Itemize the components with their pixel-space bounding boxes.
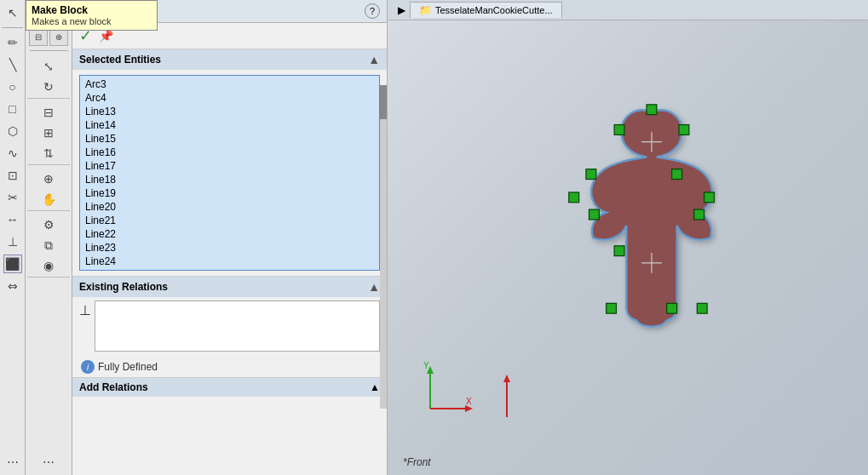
z-axis-container [498,370,515,424]
selected-entities-section: Selected Entities ▲ Arc3Arc4Line13Line14… [72,49,387,277]
spline-icon[interactable]: ∿ [3,144,22,163]
pin-button[interactable]: 📌 [99,29,113,43]
toolbar-section-2: ⊟ ⊞ ⇅ [27,101,70,165]
layers-icon[interactable]: ⧉ [39,236,58,255]
move-icon[interactable]: ⤡ [39,57,58,76]
properties-panel: ☰ Properties ? ✓ 📌 Selected Entities ▲ A… [72,0,388,475]
sketch-icon[interactable]: ✏ [3,33,22,52]
cookie-cutter-figure [549,96,754,369]
constraint-2 [614,125,624,135]
entity-item[interactable]: Arc3 [83,77,376,91]
toolbar-section-1: ⤡ ↻ [27,55,70,99]
entity-item[interactable]: Line21 [83,214,376,227]
color-icon[interactable]: ◉ [39,256,58,275]
settings-icon[interactable]: ⚙ [39,215,58,234]
mirror-icon[interactable]: ⇔ [3,277,22,295]
cursor-icon[interactable]: ↖ [3,3,22,22]
z-axis-arrow [503,375,510,382]
add-relations-header[interactable]: Add Relations ▲ [72,378,387,397]
block-icon[interactable]: ⬛ [3,255,22,273]
file-tab[interactable]: 📁 TesselateManCookieCutte... [410,2,562,18]
entity-list[interactable]: Arc3Arc4Line13Line14Line15Line16Line17Li… [79,75,380,271]
rectangle-icon[interactable]: □ [3,100,22,118]
constraint-3 [679,125,689,135]
dimension-icon[interactable]: ↔ [3,210,22,229]
polygon-icon[interactable]: ⬡ [3,122,22,140]
relation-icon[interactable]: ⊥ [3,232,22,251]
x-axis-label: X [466,397,472,406]
second-toolbar: ⊞ ▦ ⊟ ⊕ ⤡ ↻ ⊟ ⊞ ⇅ ⊕ ✋ ⚙ ⧉ ◉ ⋯ [26,0,72,475]
entity-item[interactable]: Line17 [83,159,376,173]
expand-icon[interactable]: ⋯ [3,453,22,472]
selected-entities-header[interactable]: Selected Entities ▲ [72,49,387,70]
constraint-6 [569,192,579,203]
z-axis-svg [498,370,515,421]
more-icon[interactable]: ⋯ [39,453,58,472]
existing-relations-header[interactable]: Existing Relations ▲ [72,277,387,297]
entity-item[interactable]: Line23 [83,241,376,255]
left-toolbar: ↖ ✏ ╲ ○ □ ⬡ ∿ ⊡ ✂ ↔ ⊥ ⬛ ⇔ ⋯ [0,0,26,475]
entity-item[interactable]: Line18 [83,173,376,186]
axes-svg: Y X [413,362,473,421]
relations-body: ⊥ [72,297,387,357]
align-icon[interactable]: ⊟ [39,103,58,122]
tooltip-title: Make Block [32,4,152,16]
entity-item[interactable]: Line20 [83,200,376,214]
distribute-icon[interactable]: ⊞ [39,123,58,142]
offset-icon[interactable]: ⊡ [3,166,22,185]
pan-icon[interactable]: ✋ [39,190,58,209]
entity-item[interactable]: Line16 [83,146,376,159]
tree-arrow[interactable]: ▶ [394,3,408,17]
toolbar-section-4: ⚙ ⧉ ◉ [27,214,70,278]
tab-bar: ▶ 📁 TesselateManCookieCutte... [388,0,868,20]
entity-item[interactable]: Arc4 [83,91,376,105]
zoom-icon[interactable]: ⊕ [39,169,58,188]
constraint-1 [647,105,657,115]
entity-item[interactable]: Line24 [83,255,376,268]
constraint-5 [672,169,682,180]
x-axis-arrow [465,405,473,412]
collapse-entities-icon[interactable]: ▲ [368,53,380,66]
entity-item[interactable]: Line19 [83,186,376,200]
relations-list[interactable] [95,300,380,352]
rotate-icon[interactable]: ↻ [39,77,58,96]
main-viewport: ▶ 📁 TesselateManCookieCutte... [388,0,868,475]
fixed-relation-icon: ⊥ [79,302,91,318]
constraint-10 [614,246,624,256]
folder-icon: 📁 [419,4,432,16]
constraint-12 [667,303,677,313]
scrollbar-thumb[interactable] [380,85,387,119]
make-block-tooltip: Make Block Makes a new block [26,0,158,31]
trim-icon[interactable]: ✂ [3,188,22,207]
circle-icon[interactable]: ○ [3,77,22,96]
entity-item[interactable]: Line15 [83,132,376,146]
entity-item[interactable]: Line14 [83,118,376,132]
line-icon[interactable]: ╲ [3,55,22,74]
entity-item[interactable]: Line13 [83,105,376,118]
constraint-9 [694,209,704,220]
coordinate-axes: Y X [413,362,473,424]
y-axis-label: Y [423,362,429,370]
constraint-13 [698,303,708,313]
tooltip-description: Makes a new block [32,16,152,26]
info-icon: i [81,360,95,374]
constraint-7 [704,192,715,203]
collapse-relations-icon[interactable]: ▲ [368,280,380,294]
constraint-8 [589,209,600,220]
constraint-4 [586,169,596,180]
viewport-content: Y X *Front [388,20,868,475]
scrollbar-track[interactable] [380,85,387,409]
figure-container [549,96,754,371]
entity-item[interactable]: Line22 [83,227,376,241]
constraint-11 [606,303,617,313]
help-button[interactable]: ? [365,3,380,19]
collapse-add-relations-icon[interactable]: ▲ [370,381,380,393]
toolbar-section-3: ⊕ ✋ [27,168,70,211]
fully-defined-row: i Fully Defined [72,357,387,377]
front-label: *Front [403,456,431,468]
existing-relations-section: Existing Relations ▲ ⊥ i Fully Defined [72,277,387,378]
flip-icon[interactable]: ⇅ [39,144,58,163]
